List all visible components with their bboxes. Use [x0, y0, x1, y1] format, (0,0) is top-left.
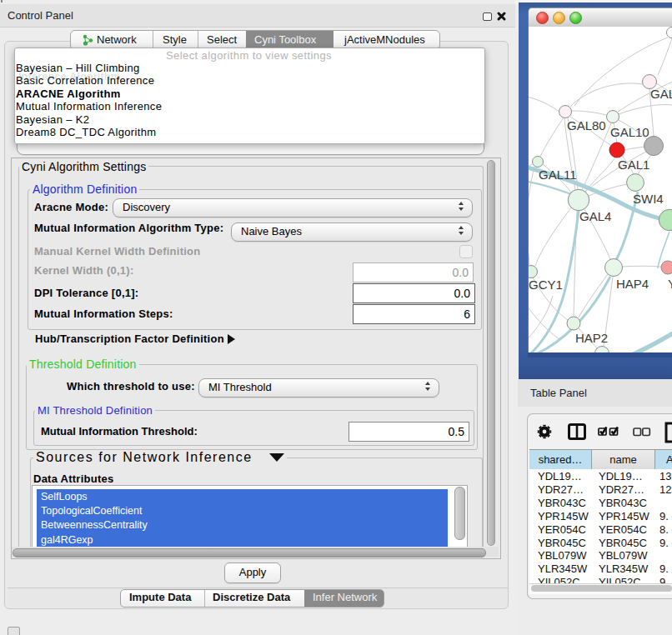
- svg-text:HAP4: HAP4: [616, 277, 649, 291]
- svg-text:GAL11: GAL11: [539, 168, 577, 182]
- svg-text:YM: YM: [668, 277, 672, 291]
- svg-text:GAL1: GAL1: [618, 158, 649, 172]
- svg-text:HAP2: HAP2: [575, 331, 608, 345]
- svg-text:GAL2: GAL2: [650, 87, 672, 101]
- svg-text:SWI4: SWI4: [633, 192, 664, 206]
- svg-text:GAL80: GAL80: [567, 118, 606, 132]
- svg-text:GAL4: GAL4: [579, 209, 611, 223]
- svg-text:GCY1: GCY1: [529, 278, 563, 292]
- svg-text:GAL10: GAL10: [610, 125, 649, 139]
